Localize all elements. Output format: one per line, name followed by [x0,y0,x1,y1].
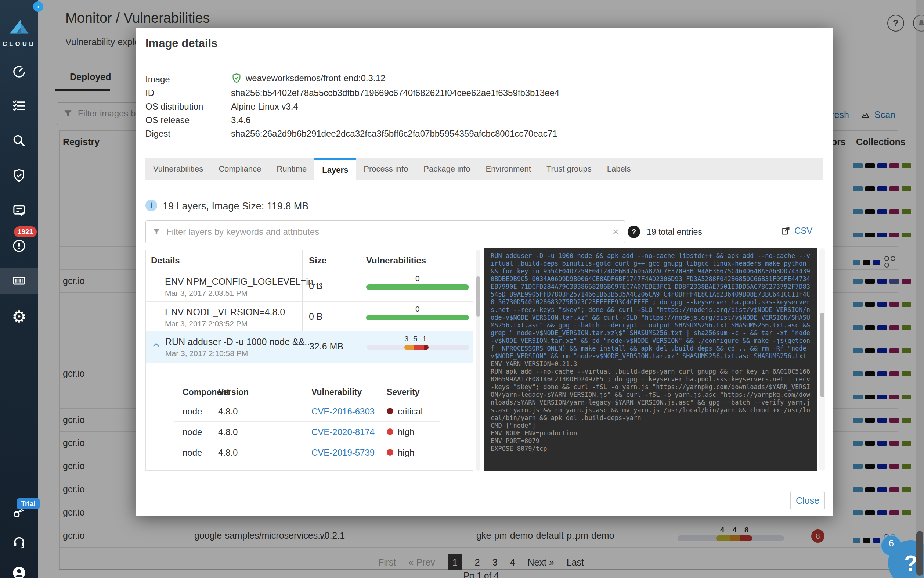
severity-cell: critical [387,406,423,417]
meta-value-image: weaveworksdemos/front-end:0.3.12 [231,73,385,84]
medium-segment [405,345,414,350]
sidebar: CLOUD › 1921 ⚙ Trial [0,0,38,578]
layer-row[interactable]: ENV NPM_CONFIG_LOGLEVEL=in... Mar 3, 201… [146,271,473,302]
high-segment [414,345,424,350]
sidebar-item-policies[interactable] [0,93,38,119]
vuln-count: 0 [415,305,420,313]
tab-runtime[interactable]: Runtime [269,158,314,180]
col-header-version: Version [218,387,249,397]
total-entries: 19 total entries [647,227,702,237]
tab-vulnerabilities[interactable]: Vulnerabilities [146,158,211,180]
layer-size: 0 B [309,281,323,291]
report-check-icon [12,203,26,218]
layers-table-scrollbar[interactable] [476,250,481,471]
trial-badge: Trial [17,498,40,509]
tab-package-info[interactable]: Package info [416,158,478,180]
clear-filter-icon[interactable]: × [612,226,619,238]
meta-label-os-release: OS release [146,115,189,125]
tab-layers[interactable]: Layers [314,158,356,180]
page-scrollbar[interactable] [916,0,924,578]
code-panel-scrollbar[interactable] [819,248,825,471]
version: 4.8.0 [218,406,238,417]
sidebar-item-dashboard[interactable] [0,59,38,84]
csv-label: CSV [795,226,812,236]
sidebar-item-containers[interactable] [0,268,38,293]
image-details-modal: Image details Image weaveworksdemos/fron… [136,28,833,516]
chevron-right-icon: › [37,3,39,10]
page-scrollbar-thumb[interactable] [916,531,923,576]
layer-command: ENV NPM_CONFIG_LOGLEVEL=in... [165,276,320,287]
sidebar-item-settings[interactable]: ⚙ [0,304,38,329]
medium-count: 3 [405,334,409,343]
close-button[interactable]: Close [790,491,825,510]
layer-size: 32.6 MB [309,341,343,352]
col-header-vulnerability: Vulnerability [311,387,362,397]
layer-row[interactable]: ENV NODE_VERSION=4.8.0 Mar 3, 2017 2:03:… [146,302,473,331]
layers-filter-input[interactable] [167,227,607,237]
layer-size: 0 B [309,311,323,322]
cve-link[interactable]: CVE-2020-8174 [311,427,375,437]
severity-label: high [398,427,414,437]
gauge-icon [12,64,26,79]
col-header-size[interactable]: Size [309,255,327,266]
component: node [183,448,202,458]
funnel-icon [152,227,161,237]
chevron-up-icon[interactable] [152,342,160,347]
layer-date: Mar 3, 2017 2:03:52 PM [165,319,248,328]
col-header-severity: Severity [387,387,420,397]
vuln-count: 0 [415,274,420,283]
critical-segment [424,345,429,350]
tab-environment[interactable]: Environment [478,158,539,180]
high-dot [387,429,393,435]
tab-process-info[interactable]: Process info [356,158,416,180]
layer-command: RUN adduser -D -u 1000 node &&... [165,336,312,347]
logo-text: CLOUD [0,41,38,48]
brand-logo[interactable]: CLOUD [0,18,38,48]
alert-icon [12,239,26,253]
col-header-details[interactable]: Details [151,255,180,266]
cve-link[interactable]: CVE-2019-5739 [311,448,375,458]
sidebar-item-profile[interactable] [0,560,38,578]
layers-table-header: Details Size Vulnerabilities [146,250,473,271]
scrollbar-thumb[interactable] [820,313,824,397]
version: 4.8.0 [218,448,238,458]
scrollbar-thumb[interactable] [476,276,480,317]
layers-table: Details Size Vulnerabilities ENV NPM_CON… [146,250,473,471]
csv-export-button[interactable]: CSV [780,226,812,236]
cve-link[interactable]: CVE-2016-6303 [311,406,375,417]
sidebar-item-defend[interactable] [0,163,38,188]
severity-label: high [398,448,414,458]
selected-layer-block: RUN adduser -D -u 1000 node &&... Mar 3,… [146,331,473,471]
following-layer-commands: ENV YARN_VERSION=0.21.3 RUN apk add --no… [490,360,811,453]
layer-row-selected[interactable]: RUN adduser -D -u 1000 node &&... Mar 3,… [146,331,473,363]
modal-header-divider [136,59,833,59]
col-header-vulnerabilities[interactable]: Vulnerabilities [366,255,426,266]
meta-label-digest: Digest [146,128,170,139]
trusted-shield-icon [231,73,242,84]
modal-footer-divider [136,485,833,485]
fab-badge-count: 6 [889,538,894,549]
entries-help-icon[interactable]: ? [628,226,640,238]
severity-label: critical [398,406,423,416]
sidebar-item-search[interactable] [0,128,38,154]
sidebar-item-compliance[interactable] [0,198,38,223]
alerts-count-badge: 1921 [14,226,37,237]
meta-value-digest: sha256:26a2d9b6b291dee2dca32fca3f5bff6c2… [231,128,557,139]
sidebar-expand-icon[interactable]: › [33,2,43,12]
high-count: 5 [413,334,417,343]
headset-icon [12,535,26,549]
vulnerability-bar: 0 [366,315,469,320]
high-dot [387,449,393,456]
tab-compliance[interactable]: Compliance [211,158,269,180]
sidebar-item-support[interactable] [0,529,38,555]
vulnerability-bar: 3 5 1 [367,345,469,350]
meta-value-os-distribution: Alpine Linux v3.4 [231,101,298,112]
cve-row: node 4.8.0 CVE-2020-8174 high [174,422,440,442]
tab-trust-groups[interactable]: Trust groups [539,158,599,180]
modal-title: Image details [146,37,217,50]
dockerfile-panel: RUN adduser -D -u 1000 node && apk add -… [484,248,817,471]
question-glyph: ? [632,227,636,236]
export-icon [780,226,791,236]
tab-labels[interactable]: Labels [599,158,639,180]
modal-tabs: Vulnerabilities Compliance Runtime Layer… [146,158,824,180]
